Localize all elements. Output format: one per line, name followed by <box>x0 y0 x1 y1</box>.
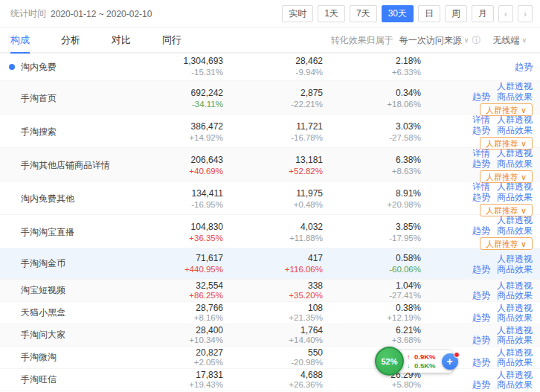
action-link-趋势[interactable]: 趋势 <box>472 192 490 202</box>
action-link-人群透视[interactable]: 人群透视 <box>497 347 533 358</box>
conversion-value: 3.85% <box>323 222 421 233</box>
action-link-人群透视[interactable]: 人群透视 <box>497 370 533 380</box>
action-link-人群透视[interactable]: 人群透视 <box>497 280 533 291</box>
buyers-value: 417 <box>223 253 323 264</box>
action-link-趋势[interactable]: 趋势 <box>472 91 490 102</box>
visitors-value: 17,831 <box>112 370 223 380</box>
action-link-趋势[interactable]: 趋势 <box>472 312 490 323</box>
time-range-button-30天[interactable]: 30天 <box>382 5 414 22</box>
action-link-人群透视[interactable]: 人群透视 <box>497 303 533 313</box>
actions-cell: 详情人群透视趋势商品效果人群推荐 ∨ <box>421 181 533 216</box>
action-link-人群透视[interactable]: 人群透视 <box>497 215 533 225</box>
time-range-button-实时[interactable]: 实时 <box>282 5 313 22</box>
action-link-详情[interactable]: 详情 <box>472 181 490 192</box>
source-name: 手淘问大家 <box>21 329 65 341</box>
attribution-select[interactable]: 每一次访问来源 <box>399 34 462 47</box>
source-name-cell: 手淘淘金币 <box>21 257 112 270</box>
visitors-change: +440.95% <box>112 264 223 275</box>
source-name-cell: 天猫小黑盒 <box>21 306 112 319</box>
action-link-人群透视[interactable]: 人群透视 <box>497 148 533 158</box>
chevron-down-icon: ∨ <box>521 36 527 44</box>
source-name: 淘内免费 <box>21 61 57 74</box>
action-link-商品效果[interactable]: 商品效果 <box>497 312 533 323</box>
table-row: 手淘首页 692,242 -34.11% 2,875 -22.21% 0.34%… <box>0 81 540 115</box>
action-link-趋势[interactable]: 趋势 <box>472 264 490 274</box>
stat-time-label: 统计时间 <box>10 7 46 20</box>
percent-badge[interactable]: 52% <box>375 347 404 376</box>
action-link-商品效果[interactable]: 商品效果 <box>497 335 533 345</box>
conversion-change: +3.68% <box>323 335 421 345</box>
table-row: 淘内免费 1,304,693 -15.31% 28,462 -9.94% 2.1… <box>0 54 540 81</box>
buyers-value: 4,032 <box>223 222 323 233</box>
buyers-change: -20.98% <box>223 358 323 367</box>
action-link-趋势[interactable]: 趋势 <box>472 125 490 135</box>
tab-分析[interactable]: 分析 <box>61 28 80 54</box>
action-link-趋势[interactable]: 趋势 <box>472 225 490 236</box>
action-link-商品效果[interactable]: 商品效果 <box>497 290 533 301</box>
info-icon[interactable]: ⓘ <box>472 34 480 47</box>
conversion-cell: 6.38% +8.63% <box>323 155 421 177</box>
time-range-button-月[interactable]: 月 <box>472 5 494 22</box>
tab-构成[interactable]: 构成 <box>10 28 30 54</box>
crowd-recommend-button[interactable]: 人群推荐 ∨ <box>480 237 533 250</box>
buyers-value: 11,721 <box>223 121 323 132</box>
buyers-value: 550 <box>223 348 323 358</box>
tab-对比[interactable]: 对比 <box>112 28 131 54</box>
buyers-cell: 4,032 +11.88% <box>223 222 323 244</box>
action-link-人群透视[interactable]: 人群透视 <box>497 254 533 264</box>
conversion-cell: 0.34% +18.06% <box>323 88 421 110</box>
table-controls: 转化效果归属于 每一次访问来源 ∨ ⓘ 无线端 ∨ <box>331 28 530 52</box>
buyers-cell: 13,181 +52.82% <box>223 155 323 177</box>
conversion-change: -17.95% <box>323 233 421 244</box>
time-range-button-周[interactable]: 周 <box>445 5 467 22</box>
buyers-cell: 4,688 +26.36% <box>223 370 323 390</box>
conversion-value: 6.38% <box>323 155 421 166</box>
action-link-详情[interactable]: 详情 <box>472 115 490 125</box>
visitors-value: 71,617 <box>112 253 223 264</box>
action-link-人群透视[interactable]: 人群透视 <box>497 81 533 91</box>
conversion-change: -27.41% <box>323 291 421 301</box>
action-link-商品效果[interactable]: 商品效果 <box>497 379 533 390</box>
action-link-人群透视[interactable]: 人群透视 <box>497 115 533 125</box>
action-link-趋势[interactable]: 趋势 <box>472 379 490 390</box>
action-link-商品效果[interactable]: 商品效果 <box>497 357 533 367</box>
terminal-select[interactable]: 无线端 <box>492 34 519 47</box>
next-page-button[interactable]: › <box>518 5 533 22</box>
actions-cell: 详情人群透视趋势商品效果人群推荐 ∨ <box>421 148 533 183</box>
buyers-change: +52.82% <box>223 166 323 177</box>
down-stat: 0.5K% <box>414 362 436 370</box>
tab-同行[interactable]: 同行 <box>162 28 181 54</box>
time-range-button-日[interactable]: 日 <box>418 5 440 22</box>
source-name: 淘宝短视频 <box>21 284 65 297</box>
action-link-商品效果[interactable]: 商品效果 <box>497 158 533 169</box>
buyers-cell: 11,721 -16.78% <box>223 121 323 144</box>
visitors-change: -34.11% <box>112 99 223 110</box>
source-name-cell: 手淘淘宝直播 <box>21 226 112 239</box>
source-name-cell: 手淘微淘 <box>21 351 112 364</box>
action-link-趋势[interactable]: 趋势 <box>472 290 490 301</box>
visitors-value: 32,554 <box>112 281 223 291</box>
widget-plus-button[interactable]: + <box>442 353 458 370</box>
time-range-button-1天[interactable]: 1天 <box>318 5 345 22</box>
action-link-商品效果[interactable]: 商品效果 <box>497 125 533 135</box>
conversion-change: +8.63% <box>323 166 421 177</box>
buyers-change: -16.78% <box>223 132 323 144</box>
action-link-趋势[interactable]: 趋势 <box>472 335 490 345</box>
visitors-change: +40.69% <box>112 166 223 177</box>
visitors-value: 1,304,693 <box>112 56 223 67</box>
action-link-人群透视[interactable]: 人群透视 <box>497 325 533 335</box>
time-range-button-7天[interactable]: 7天 <box>350 5 377 22</box>
action-link-商品效果[interactable]: 商品效果 <box>497 91 533 102</box>
action-link-人群透视[interactable]: 人群透视 <box>497 181 533 192</box>
visitors-cell: 17,831 +19.43% <box>112 370 223 390</box>
action-link-商品效果[interactable]: 商品效果 <box>497 264 533 274</box>
action-link-商品效果[interactable]: 商品效果 <box>497 225 533 236</box>
action-link-详情[interactable]: 详情 <box>472 148 490 158</box>
action-link-趋势[interactable]: 趋势 <box>472 158 490 169</box>
action-link-商品效果[interactable]: 商品效果 <box>497 192 533 202</box>
conversion-value: 0.34% <box>323 88 421 99</box>
action-link-趋势[interactable]: 趋势 <box>515 62 533 72</box>
conversion-cell: 0.58% -60.06% <box>323 253 421 275</box>
prev-page-button[interactable]: ‹ <box>498 5 513 22</box>
action-link-趋势[interactable]: 趋势 <box>472 357 490 367</box>
